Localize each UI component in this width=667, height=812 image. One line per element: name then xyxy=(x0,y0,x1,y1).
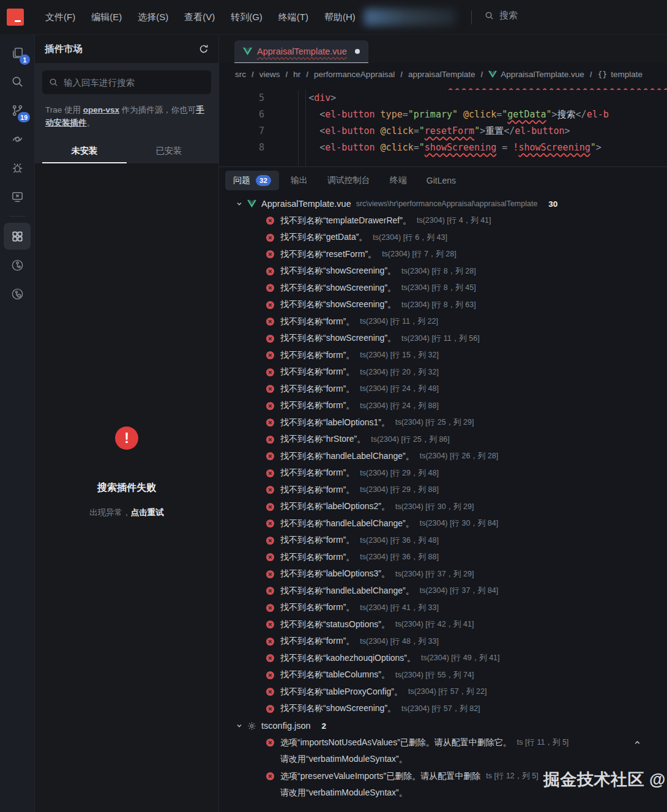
problem-row[interactable]: 找不到名称“showScreening”。ts(2304) [行 8，列 28] xyxy=(219,263,667,280)
code-text: <el-button @click="resetForm">重置</el-but… xyxy=(264,123,570,140)
retry-link[interactable]: 点击重试 xyxy=(131,508,164,517)
problem-row[interactable]: 找不到名称“tableColumns”。ts(2304) [行 55，列 74] xyxy=(219,667,667,684)
problem-row[interactable]: 找不到名称“handleLabelChange”。ts(2304) [行 37，… xyxy=(219,583,667,600)
problem-row[interactable]: 找不到名称“showScreening”。ts(2304) [行 8，列 45] xyxy=(219,280,667,297)
problem-row[interactable]: 找不到名称“templateDrawerRef”。ts(2304) [行 4，列… xyxy=(219,212,667,229)
code-line[interactable]: 8 <el-button @click="showScreening = !sh… xyxy=(219,140,667,156)
activity-source-control[interactable]: 19 xyxy=(4,97,31,124)
problem-row[interactable]: 找不到名称“showScreening”。ts(2304) [行 11，列 56… xyxy=(219,330,667,348)
problem-row[interactable]: 找不到名称“handleLabelChange”。ts(2304) [行 26，… xyxy=(219,448,667,465)
menu-item[interactable]: 终端(T) xyxy=(270,8,316,27)
panel-tab[interactable]: 终端 xyxy=(382,171,415,190)
problem-row[interactable]: 找不到名称“form”。ts(2304) [行 24，列 48] xyxy=(219,381,667,398)
activity-timeline[interactable] xyxy=(4,251,31,278)
problems-list: AppraisalTemplate.vuesrc\views\hr\perfor… xyxy=(219,194,667,812)
problem-row[interactable]: 找不到名称“resetForm”。ts(2304) [行 7，列 28] xyxy=(219,246,667,263)
problem-row[interactable]: 找不到名称“form”。ts(2304) [行 20，列 32] xyxy=(219,364,667,381)
problem-row[interactable]: 找不到名称“labelOptions3”。ts(2304) [行 37，列 29… xyxy=(219,566,667,583)
plugin-tab[interactable]: 未安装 xyxy=(42,138,127,163)
problem-row[interactable]: 找不到名称“labelOptions2”。ts(2304) [行 30，列 29… xyxy=(219,499,667,516)
activity-extensions[interactable] xyxy=(4,223,31,250)
explorer-badge: 1 xyxy=(20,54,30,65)
plugin-tab[interactable]: 已安装 xyxy=(127,138,211,163)
problem-row[interactable]: 找不到名称“labelOptions1”。ts(2304) [行 25，列 29… xyxy=(219,414,667,431)
problem-meta: ts(2304) [行 37，列 84] xyxy=(420,586,499,596)
problem-row[interactable]: 找不到名称“form”。ts(2304) [行 24，列 88] xyxy=(219,398,667,415)
error-icon xyxy=(266,452,275,461)
panel-tab[interactable]: 调试控制台 xyxy=(319,171,378,190)
menu-item[interactable]: 帮助(H) xyxy=(316,8,363,27)
code-editor[interactable]: xxxxxxxxxxxxxxxxxxxxxxxxxxxxxxxxxxxxxxxx… xyxy=(219,85,667,166)
problems-file-group[interactable]: AppraisalTemplate.vuesrc\views\hr\perfor… xyxy=(219,195,667,212)
problem-row[interactable]: 找不到名称“form”。ts(2304) [行 36，列 88] xyxy=(219,549,667,566)
activity-explorer[interactable]: 1 xyxy=(4,39,31,66)
activity-terminal-remote[interactable] xyxy=(4,183,31,210)
problem-row[interactable]: 找不到名称“form”。ts(2304) [行 41，列 33] xyxy=(219,600,667,617)
breadcrumb-item[interactable]: appraisalTemplate xyxy=(408,70,475,79)
problem-message: 找不到名称“form”。 xyxy=(280,384,354,395)
panel-tab[interactable]: 输出 xyxy=(283,171,316,190)
menu-item[interactable]: 文件(F) xyxy=(37,8,83,27)
problem-meta: ts(2304) [行 7，列 28] xyxy=(382,249,456,259)
problem-row[interactable]: 找不到名称“form”。ts(2304) [行 29，列 88] xyxy=(219,482,667,499)
activity-plugin-settings[interactable] xyxy=(4,280,31,307)
error-icon xyxy=(266,283,275,292)
problem-row[interactable]: 找不到名称“kaohezhouqiOptions”。ts(2304) [行 49… xyxy=(219,650,667,667)
breadcrumb-item[interactable]: hr xyxy=(293,70,300,79)
problem-meta: ts(2304) [行 48，列 33] xyxy=(360,636,439,647)
problem-row[interactable]: 找不到名称“showScreening”。ts(2304) [行 57，列 82… xyxy=(219,701,667,718)
line-number: 6 xyxy=(219,106,264,123)
vue-icon xyxy=(247,199,256,208)
breadcrumb-item[interactable]: AppraisalTemplate.vue xyxy=(488,70,584,79)
problem-row[interactable]: 找不到名称“form”。ts(2304) [行 48，列 33] xyxy=(219,633,667,650)
problem-row[interactable]: 找不到名称“form”。ts(2304) [行 15，列 32] xyxy=(219,347,667,364)
hint-text: 作为插件源，你也可 xyxy=(119,105,196,114)
problem-row[interactable]: 找不到名称“hrStore”。ts(2304) [行 25，列 86] xyxy=(219,431,667,449)
activity-preview[interactable] xyxy=(4,125,31,152)
chevron-up-icon[interactable] xyxy=(633,739,641,747)
panel-tab[interactable]: GitLens xyxy=(419,171,464,190)
activity-debug[interactable] xyxy=(4,154,31,181)
problem-row[interactable]: 找不到名称“form”。ts(2304) [行 11，列 22] xyxy=(219,313,667,330)
problem-row[interactable]: 找不到名称“form”。ts(2304) [行 36，列 48] xyxy=(219,532,667,549)
open-vsx-link[interactable]: open-vsx xyxy=(83,105,119,114)
problem-row[interactable]: 选项“importsNotUsedAsValues”已删除。请从配置中删除它。t… xyxy=(219,734,667,751)
app-logo[interactable] xyxy=(7,9,24,26)
problem-message: 找不到名称“getData”。 xyxy=(280,232,367,243)
problem-row[interactable]: 找不到名称“handleLabelChange”。ts(2304) [行 30，… xyxy=(219,515,667,532)
panel-tab[interactable]: 问题32 xyxy=(225,171,279,190)
problem-row[interactable]: 找不到名称“tableProxyConfig”。ts(2304) [行 57，列… xyxy=(219,683,667,701)
menu-item[interactable]: 转到(G) xyxy=(223,8,270,27)
breadcrumb-item[interactable]: performanceAppraisal xyxy=(314,70,395,79)
code-line[interactable]: 6 <el-button type="primary" @click="getD… xyxy=(219,106,667,123)
problem-message: 找不到名称“tableProxyConfig”。 xyxy=(280,687,403,698)
code-line[interactable]: 7 <el-button @click="resetForm">重置</el-b… xyxy=(219,123,667,140)
problem-row[interactable]: 找不到名称“form”。ts(2304) [行 29，列 48] xyxy=(219,465,667,482)
activity-search[interactable] xyxy=(4,68,31,95)
plugin-search-box[interactable] xyxy=(42,70,211,94)
plugin-search-input[interactable] xyxy=(64,78,204,88)
tab-appraisal-template[interactable]: AppraisalTemplate.vue xyxy=(234,40,368,63)
sidebar-upper: Trae 使用 open-vsx 作为插件源，你也可手动安装插件。 未安装已安装 xyxy=(35,63,218,163)
problem-row[interactable]: 找不到名称“showScreening”。ts(2304) [行 8，列 63] xyxy=(219,297,667,314)
problem-meta: ts(2304) [行 41，列 33] xyxy=(360,603,439,613)
code-line[interactable]: 5 <div> xyxy=(219,90,667,106)
menu-item[interactable]: 编辑(E) xyxy=(83,8,130,27)
error-icon xyxy=(266,620,275,629)
problem-row[interactable]: 找不到名称“getData”。ts(2304) [行 6，列 43] xyxy=(219,229,667,247)
error-icon xyxy=(266,772,275,781)
titlebar-search[interactable]: 搜索 xyxy=(485,10,518,21)
gear-icon xyxy=(247,721,256,731)
collapse-button[interactable] xyxy=(633,739,641,747)
problem-detail-row[interactable]: 请改用“verbatimModuleSyntax”。 xyxy=(219,751,667,769)
problems-file-group[interactable]: tsconfig.json2 xyxy=(219,717,667,734)
breadcrumb-item[interactable]: views xyxy=(259,70,280,79)
refresh-button[interactable] xyxy=(199,44,209,54)
plugin-search-error: ! 搜索插件失败 出现异常，点击重试 xyxy=(89,426,164,518)
breadcrumb-item[interactable]: {}template xyxy=(598,70,643,79)
menu-item[interactable]: 查看(V) xyxy=(176,8,223,27)
menu-item[interactable]: 选择(S) xyxy=(130,8,176,27)
breadcrumb-item[interactable]: src xyxy=(235,70,246,79)
problem-row[interactable]: 找不到名称“statusOptions”。ts(2304) [行 42，列 41… xyxy=(219,616,667,633)
problem-message: 找不到名称“labelOptions1”。 xyxy=(280,417,390,428)
